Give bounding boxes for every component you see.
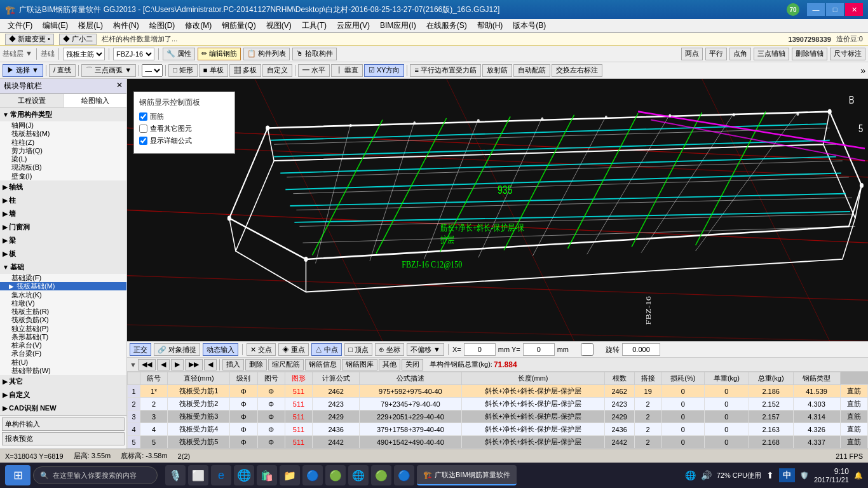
xy-btn[interactable]: ☑ XY方向 <box>364 64 405 77</box>
vertex-btn[interactable]: □ 顶点 <box>344 343 372 356</box>
store-icon[interactable]: 🛍️ <box>257 465 277 485</box>
cell-12[interactable]: 2.163 <box>749 423 793 436</box>
cell-2[interactable]: Φ <box>230 410 257 423</box>
rotate-input[interactable] <box>622 343 660 356</box>
cell-6[interactable]: 975+592+975-40-40 <box>360 385 461 398</box>
up-arrow-icon[interactable]: ⬆ <box>766 470 774 480</box>
rebar-table-scroll[interactable]: 筋号直径(mm)级别图号图形计算公式公式描述长度(mm)根数搭接损耗(%)单重(… <box>127 372 868 449</box>
auto-rebar-btn[interactable]: 自动配筋 <box>513 64 550 77</box>
cell-0[interactable]: 5 <box>140 436 168 449</box>
cell-13[interactable]: 4.314 <box>793 410 840 423</box>
cell-0[interactable]: 2 <box>140 398 168 410</box>
nav-group-其它[interactable]: ▶ 其它 <box>0 375 126 388</box>
cell-10[interactable]: 0 <box>661 398 704 410</box>
cell-5[interactable]: 2423 <box>313 398 360 410</box>
swap-lr-btn[interactable]: 交换左右标注 <box>552 64 602 77</box>
nav-item-集水坑K[interactable]: 集水坑(K) <box>0 290 126 299</box>
three-point-axis-btn[interactable]: 三点辅轴 <box>754 48 789 60</box>
menu-item-S[interactable]: 在线服务(S) <box>421 19 472 32</box>
cell-8[interactable]: 2442 <box>604 436 634 449</box>
active-app-button[interactable]: 🏗️ 广联达BIM钢筋算量软件 <box>417 465 517 485</box>
show-formula-check[interactable]: 显示详细公式 <box>139 136 229 146</box>
other-btn[interactable]: 其他 <box>379 359 400 370</box>
cell-14[interactable]: 直筋 <box>840 398 867 410</box>
rebar-name-select[interactable]: FBZJ-16 <box>113 48 154 60</box>
prev-btn[interactable]: ◀ <box>157 359 170 370</box>
angle-point-btn[interactable]: 点角 <box>729 48 751 60</box>
nav-group-墙[interactable]: ▶ 墙 <box>0 207 126 220</box>
menu-item-M[interactable]: 修改(M) <box>180 19 217 32</box>
cell-11[interactable]: 0 <box>705 436 749 449</box>
cell-7[interactable]: 斜长+净长+斜长-保护层-保护层 <box>461 385 604 398</box>
nav-group-自定义[interactable]: ▶ 自定义 <box>0 388 126 402</box>
search-bar[interactable]: 🔍 在这里输入你要搜索的内容 <box>33 466 158 484</box>
delete-axis-btn[interactable]: 删除辅轴 <box>792 48 827 60</box>
nav-item-基础梁F[interactable]: 基础梁(F) <box>0 274 126 282</box>
cell-1[interactable]: 筏板受力筋5 <box>168 436 230 449</box>
cell-8[interactable]: 2429 <box>604 410 634 423</box>
cell-5[interactable]: 2462 <box>313 385 360 398</box>
cell-5[interactable]: 2436 <box>313 423 360 436</box>
cell-6[interactable]: 490+1542+490-40-40 <box>360 436 461 449</box>
app-icon5[interactable]: 🔵 <box>394 465 414 485</box>
close-table-btn[interactable]: 关闭 <box>402 359 423 370</box>
cell-10[interactable]: 0 <box>661 385 704 398</box>
cell-7[interactable]: 斜长+净长+斜长-保护层-保护层 <box>461 436 604 449</box>
show-other-check[interactable]: 查看其它图元 <box>139 124 229 133</box>
cell-3[interactable]: Φ <box>257 423 285 436</box>
menu-item-BIMI[interactable]: BIM应用(I) <box>375 19 421 32</box>
nav-item-独立基础P[interactable]: 独立基础(P) <box>0 324 126 332</box>
menu-item-T[interactable]: 工具(T) <box>297 19 332 32</box>
single-part-input-btn[interactable]: 单构件输入 <box>2 417 125 431</box>
nav-group-梁[interactable]: ▶ 梁 <box>0 234 126 247</box>
menu-item-Q[interactable]: 钢筋量(Q) <box>217 19 261 32</box>
line-tool-btn[interactable]: / 直线 <box>49 64 76 77</box>
parallel-rebar-btn[interactable]: ≡ 平行边布置受力筋 <box>410 64 480 77</box>
cell-14[interactable]: 直筋 <box>840 423 867 436</box>
table-row[interactable]: 44筏板受力筋4ΦΦ5112436379+1758+379-40-40斜长+净长… <box>128 423 868 436</box>
rebar-lib-btn[interactable]: 钢筋图库 <box>342 359 377 370</box>
nav-group-柱[interactable]: ▶ 柱 <box>0 194 126 207</box>
horizontal-btn[interactable]: ━ 水平 <box>298 64 330 77</box>
collapse-table-icon[interactable]: ▼ <box>130 361 137 369</box>
cortana-icon[interactable]: 🎙️ <box>165 465 186 485</box>
cell-10[interactable]: 0 <box>661 423 704 436</box>
cell-7[interactable]: 斜长+净长+斜长-保护层-保护层 <box>461 398 604 410</box>
edge-icon[interactable]: e <box>211 465 231 485</box>
midpoint-btn[interactable]: △ 中点 <box>311 343 342 356</box>
object-snap-btn[interactable]: 🔗 对象捕捉 <box>154 343 200 356</box>
cell-6[interactable]: 79+2345+79-40-40 <box>360 398 461 410</box>
cell-13[interactable]: 4.337 <box>793 436 840 449</box>
table-row[interactable]: 11*筏板受力筋1ΦΦ5112462975+592+975-40-40斜长+净长… <box>128 385 868 398</box>
custom-btn[interactable]: 自定义 <box>262 64 292 77</box>
cell-9[interactable]: 2 <box>634 436 661 449</box>
cell-3[interactable]: Φ <box>257 436 285 449</box>
cell-12[interactable]: 2.152 <box>749 398 793 410</box>
nav-item-基础带筋W[interactable]: 基础带筋(W) <box>0 367 126 375</box>
antivirus-icon[interactable]: 🛡️ <box>800 471 809 480</box>
folder-icon[interactable]: 📁 <box>280 465 300 485</box>
parallel-btn[interactable]: 平行 <box>705 48 727 60</box>
minimize-button[interactable]: — <box>807 3 825 16</box>
cell-6[interactable]: 229+2051+229-40-40 <box>360 410 461 423</box>
cell-13[interactable]: 4.303 <box>793 398 840 410</box>
menu-item-F[interactable]: 文件(F) <box>3 19 37 32</box>
cell-11[interactable]: 0 <box>705 423 749 436</box>
cell-8[interactable]: 2436 <box>604 423 634 436</box>
cell-6[interactable]: 379+1758+379-40-40 <box>360 423 461 436</box>
cell-0[interactable]: 4 <box>140 423 168 436</box>
cell-0[interactable]: 3 <box>140 410 168 423</box>
project-settings-tab[interactable]: 工程设置 <box>0 94 64 107</box>
cell-1[interactable]: 筏板受力筋4 <box>168 423 230 436</box>
cell-1[interactable]: 筏板受力筋2 <box>168 398 230 410</box>
menu-item-L[interactable]: 楼层(L) <box>73 19 108 32</box>
cell-11[interactable]: 0 <box>705 385 749 398</box>
dynamic-input-btn[interactable]: 动态输入 <box>203 343 238 356</box>
notification-icon[interactable]: 🔔 <box>854 471 863 480</box>
menu-item-B[interactable]: 版本号(B) <box>508 19 551 32</box>
nav-item-轴网J[interactable]: 轴网(J) <box>0 121 126 130</box>
cell-9[interactable]: 2 <box>634 410 661 423</box>
cell-8[interactable]: 2423 <box>604 398 634 410</box>
multi-board-btn[interactable]: ▦ 多板 <box>229 64 261 77</box>
nav-item-筏板基础M[interactable]: ▶筏板基础(M) <box>0 282 126 290</box>
